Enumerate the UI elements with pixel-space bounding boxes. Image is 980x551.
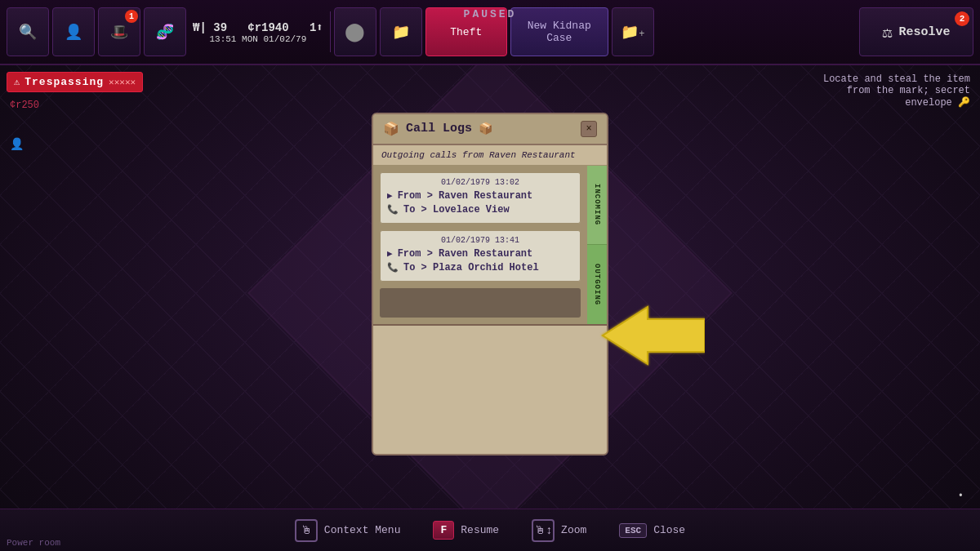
modal-body: 01/02/1979 13:02 ▶ From > Raven Restaura… xyxy=(373,166,607,324)
call-from-2: From > Raven Restaurant xyxy=(398,248,533,260)
modal-footer-bar xyxy=(380,288,581,318)
modal-title: Call Logs xyxy=(406,122,472,136)
cube-icon-2: 📦 xyxy=(479,122,492,136)
call-to-row-1: 📞 To > Lovelace View xyxy=(387,204,573,216)
call-card-1[interactable]: 01/02/1979 13:02 ▶ From > Raven Restaura… xyxy=(380,172,581,224)
call-to-2: To > Plaza Orchid Hotel xyxy=(403,262,539,273)
modal-close-button[interactable]: × xyxy=(581,121,597,137)
call-card-2[interactable]: 01/02/1979 13:41 ▶ From > Raven Restaura… xyxy=(380,230,581,282)
tab-incoming[interactable]: INCOMING xyxy=(587,166,607,246)
call-timestamp-1: 01/02/1979 13:02 xyxy=(387,178,573,187)
cube-icon: 📦 xyxy=(383,121,399,137)
call-to-1: To > Lovelace View xyxy=(403,204,510,216)
call-to-row-2: 📞 To > Plaza Orchid Hotel xyxy=(387,262,573,273)
call-timestamp-2: 01/02/1979 13:41 xyxy=(387,236,573,245)
call-logs-modal: 📦 Call Logs 📦 × Outgoing calls from Rave… xyxy=(372,113,608,455)
modal-title-row: 📦 Call Logs 📦 xyxy=(383,121,492,137)
phone-icon-2: 📞 xyxy=(387,262,399,273)
call-from-row-2: ▶ From > Raven Restaurant xyxy=(387,248,573,260)
modal-content-area: 01/02/1979 13:02 ▶ From > Raven Restaura… xyxy=(373,166,587,324)
call-from-1: From > Raven Restaurant xyxy=(398,190,533,202)
modal-tab-panel: INCOMING OUTGOING xyxy=(587,166,607,324)
modal-overlay: 📦 Call Logs 📦 × Outgoing calls from Rave… xyxy=(0,0,980,551)
play-icon-1: ▶ xyxy=(387,190,393,201)
modal-subtitle: Outgoing calls from Raven Restaurant xyxy=(373,145,607,166)
call-from-row-1: ▶ From > Raven Restaurant xyxy=(387,190,573,202)
modal-bottom xyxy=(373,324,607,406)
arrow-indicator xyxy=(599,303,705,372)
svg-marker-0 xyxy=(603,307,705,364)
phone-icon-1: 📞 xyxy=(387,204,399,215)
play-icon-2: ▶ xyxy=(387,248,393,259)
modal-header: 📦 Call Logs 📦 × xyxy=(373,114,607,145)
